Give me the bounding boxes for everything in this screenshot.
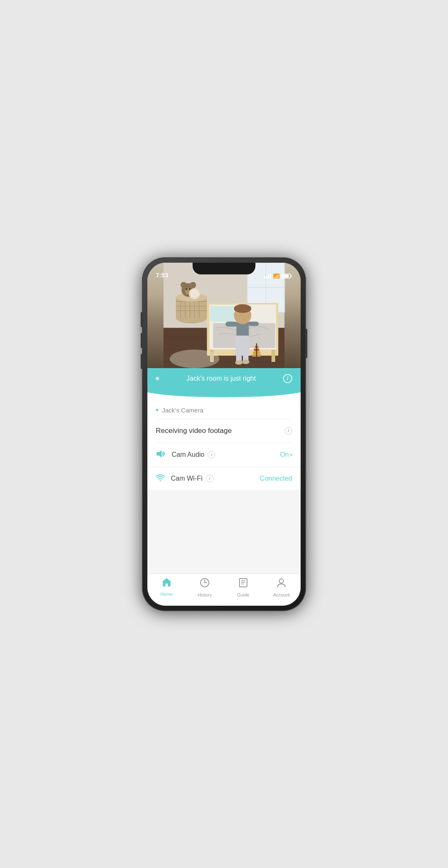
tab-history[interactable]: History xyxy=(186,577,224,597)
phone-screen: 7:53 📶 xyxy=(147,263,301,606)
svg-rect-45 xyxy=(243,346,248,362)
wifi-status-icon: 📶 xyxy=(273,274,280,279)
svg-rect-1 xyxy=(266,276,268,279)
history-icon xyxy=(199,577,210,591)
content-area: ▾ Jack's Camera Receiving video footage … xyxy=(147,389,301,490)
svg-rect-62 xyxy=(239,579,247,587)
svg-rect-49 xyxy=(248,321,259,325)
svg-point-57 xyxy=(170,349,219,368)
tab-account-label: Account xyxy=(273,592,290,597)
svg-rect-19 xyxy=(271,349,275,362)
svg-rect-44 xyxy=(236,346,242,362)
svg-point-36 xyxy=(190,282,196,288)
svg-point-51 xyxy=(234,304,252,313)
chevron-down-icon: ▾ xyxy=(156,407,159,413)
status-banner-text: Jack's room is just right xyxy=(159,375,283,382)
svg-point-47 xyxy=(242,359,250,364)
svg-point-41 xyxy=(190,289,199,298)
svg-point-35 xyxy=(180,282,187,288)
svg-rect-0 xyxy=(264,277,265,279)
info-circle-video[interactable]: i xyxy=(285,427,292,435)
cam-wifi-row: Cam Wi-Fi i Connected xyxy=(147,467,301,490)
svg-text:📶: 📶 xyxy=(273,274,280,279)
tab-bar: Home History xyxy=(147,574,301,606)
speaker-icon xyxy=(156,450,166,460)
svg-rect-3 xyxy=(270,274,271,279)
tab-guide-label: Guide xyxy=(237,592,249,597)
camera-header[interactable]: ▾ Jack's Camera xyxy=(147,402,301,419)
status-dot xyxy=(156,377,159,380)
video-status-row: Receiving video footage i xyxy=(147,419,301,443)
signal-icon xyxy=(264,274,271,279)
guide-icon xyxy=(238,577,249,591)
battery-icon xyxy=(282,274,292,279)
svg-rect-48 xyxy=(226,321,237,326)
cam-audio-row: Cam Audio i On ▾ xyxy=(147,443,301,467)
status-banner: Jack's room is just right i xyxy=(147,368,301,389)
info-circle-audio[interactable]: i xyxy=(208,451,215,458)
gray-content-area xyxy=(147,490,301,574)
account-icon xyxy=(276,577,287,591)
status-icons: 📶 xyxy=(264,274,292,279)
cam-wifi-value: Connected xyxy=(260,475,292,482)
dropdown-arrow-audio: ▾ xyxy=(290,453,292,457)
video-status-label: Receiving video footage xyxy=(156,427,232,435)
tab-account[interactable]: Account xyxy=(263,577,301,597)
phone-frame: 7:53 📶 xyxy=(142,258,306,611)
status-time: 7:53 xyxy=(156,271,168,279)
svg-rect-2 xyxy=(268,274,269,279)
home-icon xyxy=(161,577,172,590)
svg-rect-6 xyxy=(291,275,292,277)
cam-audio-value[interactable]: On ▾ xyxy=(280,451,292,458)
video-status-right: i xyxy=(285,427,292,435)
svg-rect-21 xyxy=(210,306,235,321)
wifi-icon xyxy=(156,474,165,483)
svg-marker-58 xyxy=(157,450,162,458)
svg-point-66 xyxy=(279,579,283,583)
tab-history-label: History xyxy=(198,592,212,597)
info-circle-banner[interactable]: i xyxy=(283,374,292,383)
screen-content: Jack's room is just right i ▾ Jack's Cam… xyxy=(147,263,301,606)
tab-guide[interactable]: Guide xyxy=(224,577,263,597)
svg-point-39 xyxy=(189,288,191,289)
svg-point-38 xyxy=(186,288,188,289)
camera-name-label: Jack's Camera xyxy=(162,407,203,414)
info-circle-wifi[interactable]: i xyxy=(206,475,214,482)
cam-audio-label: Cam Audio i xyxy=(172,451,274,458)
cam-wifi-label: Cam Wi-Fi i xyxy=(171,475,254,482)
notch xyxy=(193,263,255,274)
tab-home-label: Home xyxy=(160,591,173,597)
svg-rect-7 xyxy=(283,274,289,277)
svg-point-46 xyxy=(235,360,243,364)
tab-home[interactable]: Home xyxy=(147,577,186,597)
